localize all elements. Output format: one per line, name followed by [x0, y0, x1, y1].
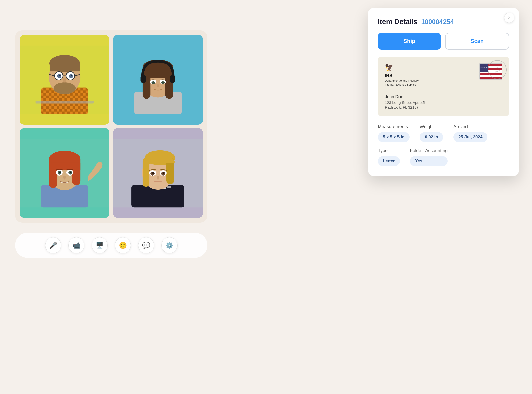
video-cell-2: [113, 35, 203, 125]
svg-rect-43: [49, 159, 80, 170]
emoji-button[interactable]: 🙂: [115, 237, 131, 253]
measurements-label: Measurements: [378, 124, 410, 129]
svg-point-63: [152, 172, 154, 174]
modal-header: Item Details 100004254: [378, 18, 509, 26]
svg-point-49: [70, 171, 71, 173]
svg-rect-10: [50, 63, 80, 71]
detail-row-2: Type Letter Folder: Accounting Yes: [378, 148, 509, 166]
modal-actions: Ship Scan: [378, 33, 509, 50]
measurements-value: 5 x 5 x 5 in: [378, 132, 410, 142]
video-panel: [15, 30, 207, 223]
svg-point-34: [151, 81, 155, 84]
svg-rect-30: [141, 75, 146, 83]
recipient-name: John Doe: [385, 94, 502, 99]
envelope-address: John Doe 123 Long Street Apt. 45 Radstoc…: [385, 94, 502, 110]
person-1-figure: [20, 35, 109, 125]
modal-title: Item Details: [378, 18, 417, 26]
folder-label: Folder: Accounting: [410, 148, 448, 154]
video-button[interactable]: 📹: [68, 237, 84, 253]
flag-stamp: ★★★★★★★★★★★★★★★★★★★★★★★★★★★★★★★★★★★★★★★★…: [479, 63, 502, 80]
stamp-area: ★★★★★★★★★★★★★★★★★★★★★★★★★★★★★★★★★★★★★★★★…: [479, 63, 502, 80]
svg-rect-31: [170, 75, 175, 83]
detail-row-1: Measurements 5 x 5 x 5 in Weight 0.02 lb…: [378, 124, 509, 142]
irs-logo: 🦅 IRS Department of the Treasury Interna…: [385, 63, 419, 87]
svg-rect-53: [167, 186, 171, 188]
folder-col: Folder: Accounting Yes: [410, 148, 448, 166]
envelope: 🦅 IRS Department of the Treasury Interna…: [378, 57, 509, 116]
person-3-figure: [20, 128, 109, 218]
svg-point-64: [163, 172, 164, 174]
envelope-header: 🦅 IRS Department of the Treasury Interna…: [385, 63, 502, 87]
flag-stripe-7: [480, 77, 502, 79]
svg-rect-29: [143, 67, 173, 78]
type-label: Type: [378, 148, 400, 154]
svg-point-11: [54, 82, 76, 94]
person-4-figure: [113, 128, 203, 218]
toolbar: 🎤 📹 🖥️ 🙂 💬 ⚙️: [15, 233, 207, 258]
svg-rect-21: [36, 101, 94, 103]
arrived-col: Arrived 25 Jul, 2024: [453, 124, 487, 142]
recipient-street: 123 Long Street Apt. 45: [385, 100, 502, 105]
details-grid: Measurements 5 x 5 x 5 in Weight 0.02 lb…: [378, 124, 509, 166]
item-details-modal: × Item Details 100004254 Ship Scan 🦅 IRS…: [368, 8, 519, 176]
arrived-label: Arrived: [453, 124, 487, 129]
close-button[interactable]: ×: [504, 13, 514, 23]
flag-canton: ★★★★★★★★★★★★★★★★★★★★★★★★★★★★★★★★★★★★★★★★…: [480, 64, 488, 72]
weight-label: Weight: [420, 124, 443, 129]
folder-value: Yes: [410, 156, 448, 166]
irs-text: IRS Department of the Treasury Internal …: [385, 73, 419, 87]
svg-point-35: [161, 81, 165, 84]
mic-button[interactable]: 🎤: [45, 237, 61, 253]
type-col: Type Letter: [378, 148, 400, 166]
irs-name: IRS: [385, 73, 419, 79]
scan-button[interactable]: Scan: [445, 33, 509, 50]
modal-item-id: 100004254: [421, 18, 454, 26]
weight-col: Weight 0.02 lb: [420, 124, 443, 142]
recipient-city: Radstock, FL 32187: [385, 105, 502, 110]
chat-button[interactable]: 💬: [138, 237, 154, 253]
flag-stripe-5: [480, 73, 502, 75]
measurements-col: Measurements 5 x 5 x 5 in: [378, 124, 410, 142]
svg-point-16: [59, 75, 61, 76]
video-cell-4: [113, 128, 203, 218]
svg-point-48: [59, 171, 61, 173]
svg-point-17: [71, 75, 72, 76]
irs-dept: Department of the Treasury: [385, 79, 419, 83]
irs-sub: Internal Revenue Service: [385, 83, 419, 87]
type-value: Letter: [378, 156, 400, 166]
flag-stripe-6: [480, 75, 502, 77]
screen-share-button[interactable]: 🖥️: [92, 237, 108, 253]
settings-button[interactable]: ⚙️: [161, 237, 178, 253]
video-cell-3: [20, 128, 109, 218]
person-2-figure: [113, 35, 203, 125]
ship-button[interactable]: Ship: [378, 33, 441, 50]
irs-eagle-icon: 🦅: [385, 63, 419, 72]
weight-value: 0.02 lb: [420, 132, 443, 142]
video-cell-1: [20, 35, 109, 125]
arrived-value: 25 Jul, 2024: [453, 132, 487, 142]
